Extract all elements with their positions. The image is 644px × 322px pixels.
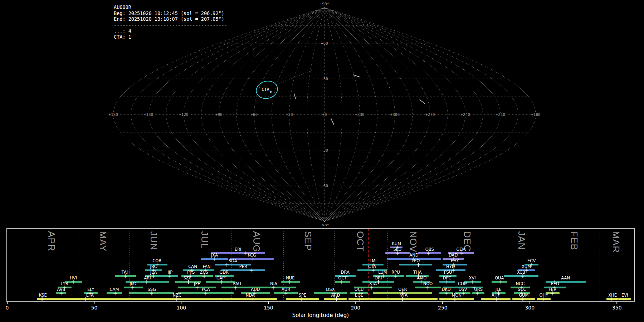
shower-peak-marker [225, 263, 229, 267]
shower-peak-marker [381, 274, 385, 278]
month-boundary-line [78, 229, 78, 301]
ra-label: +210 [496, 112, 506, 117]
shower-peak-marker [470, 280, 474, 284]
month-boundary-line [180, 229, 180, 301]
shower-peak-marker [425, 286, 429, 289]
month-boundary-line [130, 229, 130, 301]
radiant-map-screen: AU000RBeg: 20251020 10:12:45 (sol = 206.… [0, 0, 644, 322]
shower-bar [211, 252, 265, 254]
x-axis-title: Solar longitude (deg) [292, 312, 349, 318]
shower-peak-marker [272, 286, 276, 289]
lat-label: +60 [321, 41, 328, 46]
lat-label: +30 [321, 77, 328, 81]
shower-label: COM [458, 281, 468, 286]
month-label: SEP [302, 231, 313, 251]
shower-peak-marker [394, 274, 397, 278]
shower-peak-marker [167, 274, 171, 278]
shower-bar [399, 264, 433, 265]
shower-peak-marker [498, 280, 502, 284]
x-tick-label: 50 [91, 305, 98, 311]
shower-peak-marker [145, 280, 148, 284]
shower-peak-marker [251, 297, 255, 301]
meteor-trail [294, 94, 296, 98]
x-tick [530, 302, 530, 304]
shower-peak-marker [444, 280, 448, 284]
shower-peak-marker [244, 251, 248, 255]
shower-peak-marker [84, 297, 88, 301]
shower-peak-marker [444, 291, 448, 295]
shower-peak-marker [186, 280, 190, 284]
cta-radiant-label: CTA [262, 87, 269, 92]
x-tick [94, 302, 95, 304]
meteor-trail [353, 75, 360, 77]
shower-peak-marker [376, 280, 380, 284]
ra-label: +30 [286, 112, 293, 117]
shower-peak-marker [284, 291, 288, 295]
ra-label: +270 [425, 112, 435, 117]
x-tick-label: 250 [438, 305, 448, 311]
shower-peak-marker [287, 280, 291, 284]
month-label: OCT [355, 231, 366, 252]
shower-peak-marker [195, 286, 199, 289]
month-boundary-line [387, 229, 388, 301]
ra-label: +150 [144, 112, 153, 117]
shower-label: AAN [561, 275, 570, 280]
shower-peak-marker [622, 297, 626, 301]
shower-peak-marker [340, 280, 343, 284]
shower-peak-marker [59, 291, 63, 295]
shower-peak-marker [233, 286, 237, 289]
lat-label: -90° [320, 223, 330, 226]
shower-peak-marker [521, 274, 525, 278]
shower-label: PER [239, 264, 247, 269]
shower-peak-marker [416, 263, 420, 267]
shower-peak-marker [542, 297, 546, 301]
meteor-trail [420, 100, 425, 104]
shower-peak-marker [174, 297, 178, 301]
shower-peak-marker [40, 297, 44, 301]
month-label: JUN [148, 231, 159, 250]
x-tick-label: 350 [612, 305, 622, 311]
month-label: MAR [610, 231, 621, 253]
x-tick [355, 302, 356, 304]
shower-bar [49, 298, 131, 300]
month-label: AUG [251, 231, 262, 252]
x-tick-label: 150 [264, 305, 273, 311]
sky-map: +180+150+120+90+60+30+0+330+300+270+240+… [0, 0, 644, 226]
month-label: APR [46, 231, 57, 251]
meteor-trails [294, 75, 425, 125]
cta-radiant: CTA [254, 70, 312, 101]
ra-label: +90 [215, 112, 223, 117]
shower-peak-marker [131, 286, 135, 289]
x-tick-label: 0 [6, 305, 9, 311]
lat-label: +90° [320, 2, 330, 6]
x-tick [7, 302, 8, 304]
shower-peak-marker [249, 268, 253, 272]
shower-label: SDA [229, 258, 237, 263]
ra-label: +330 [355, 112, 365, 117]
shower-peak-marker [371, 268, 375, 272]
ra-label: +60 [250, 112, 258, 117]
x-tick [181, 302, 182, 304]
x-tick [443, 302, 443, 304]
lat-label: -60 [321, 184, 328, 188]
shower-peak-marker [124, 274, 128, 278]
shower-peak-marker [453, 297, 457, 301]
ra-label: +120 [179, 112, 189, 117]
x-tick-label: 300 [525, 305, 535, 311]
cta-meteor-dot [270, 91, 272, 93]
shower-peak-marker [213, 257, 216, 261]
ra-label: +240 [460, 112, 470, 117]
shower-peak-marker [152, 274, 156, 278]
x-tick [617, 302, 618, 304]
meteor-trail [331, 118, 334, 125]
shower-bar [314, 292, 347, 294]
shower-peak-marker [401, 297, 405, 301]
month-label: JUL [199, 231, 210, 249]
shower-peak-marker [460, 251, 464, 255]
shower-peak-marker [427, 251, 431, 255]
shower-peak-marker [299, 297, 303, 301]
shower-peak-marker [475, 291, 479, 295]
month-label: NOV [408, 231, 419, 252]
ra-label: +0 [322, 112, 327, 117]
shower-peak-marker [335, 297, 338, 301]
